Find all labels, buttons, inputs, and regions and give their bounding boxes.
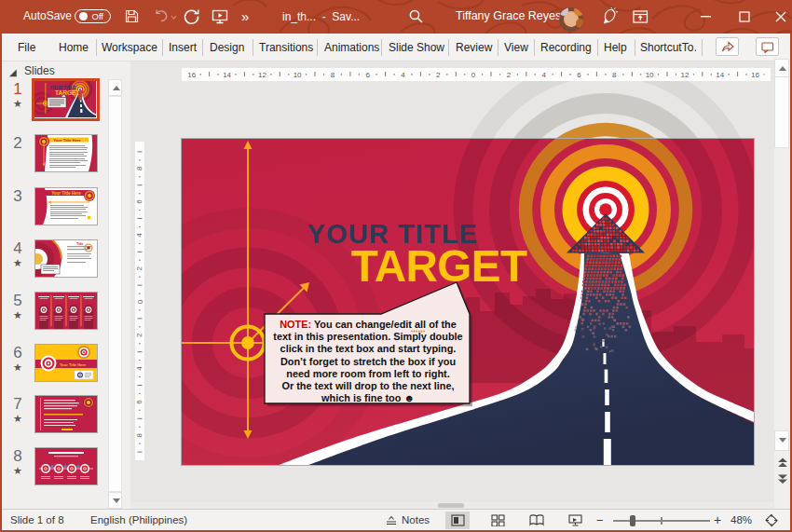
svg-text:12: 12 — [680, 71, 689, 79]
svg-text:text in this presentation. Sim: text in this presentation. Simply double — [273, 331, 462, 342]
svg-text:8: 8 — [136, 432, 144, 437]
svg-text:8: 8 — [331, 71, 335, 79]
svg-text:4: 4 — [136, 233, 144, 238]
svg-text:Your Title Here: Your Title Here — [60, 361, 87, 366]
svg-text:8: 8 — [136, 166, 144, 171]
svg-text:10: 10 — [646, 71, 654, 79]
svg-text:8: 8 — [612, 71, 617, 79]
svg-text:2: 2 — [507, 71, 512, 79]
svg-text:14: 14 — [223, 71, 231, 79]
svg-text:6: 6 — [136, 199, 144, 204]
svg-text:6: 6 — [577, 71, 581, 79]
svg-text:NOTE: You can change/edit all: NOTE: You can change/edit all of the — [280, 319, 457, 330]
svg-text:need more room from left to ri: need more room from left to right. — [286, 368, 449, 379]
svg-text:12: 12 — [258, 71, 266, 79]
svg-text:16: 16 — [187, 71, 196, 79]
svg-text:Don’t forget to stretch the bo: Don’t forget to stretch the box if you — [280, 356, 456, 367]
svg-text:2: 2 — [136, 266, 144, 270]
svg-text:4: 4 — [401, 71, 405, 79]
svg-text:2: 2 — [436, 71, 441, 79]
svg-text:Your Title Here: Your Title Here — [51, 190, 81, 195]
svg-text:14: 14 — [716, 71, 724, 79]
svg-text:6: 6 — [366, 71, 371, 79]
svg-text:click in the text box and star: click in the text box and start typing. — [280, 343, 457, 354]
svg-text:10: 10 — [294, 71, 302, 79]
svg-text:0: 0 — [471, 71, 476, 79]
svg-text:16: 16 — [751, 71, 759, 79]
svg-text:6: 6 — [136, 400, 144, 404]
svg-text:TARGET: TARGET — [351, 241, 527, 291]
svg-text:TARGET: TARGET — [55, 89, 79, 95]
svg-text:4: 4 — [542, 71, 547, 79]
svg-text:Title: Title — [76, 242, 83, 246]
svg-text:Your Title Here: Your Title Here — [53, 138, 81, 143]
svg-text:0: 0 — [136, 299, 144, 304]
svg-text:2: 2 — [136, 333, 144, 337]
svg-text:4: 4 — [136, 366, 144, 371]
svg-text:which is fine too ☻: which is fine too ☻ — [321, 392, 415, 403]
svg-text:Or the text will drop to the n: Or the text will drop to the next line, — [281, 380, 454, 391]
